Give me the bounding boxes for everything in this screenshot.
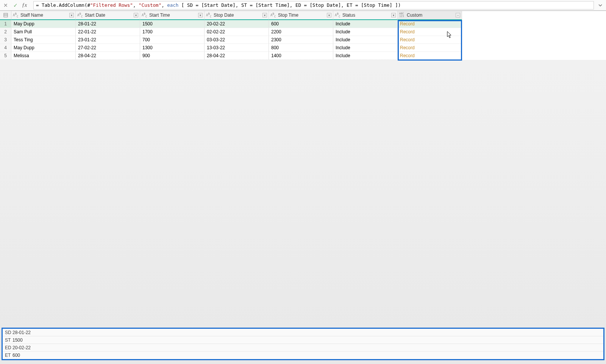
column-header-start-date[interactable]: ABC Start Date ▾ <box>76 11 140 20</box>
cell-staff-name[interactable]: Tess Ting <box>11 36 76 44</box>
record-field[interactable]: ST 1500 <box>3 336 603 344</box>
record-key: SD <box>3 330 12 335</box>
cell-start-date[interactable]: 23-01-22 <box>76 36 140 44</box>
type-text-icon: ABC <box>270 12 276 18</box>
row-number[interactable]: 4 <box>0 44 11 52</box>
record-value: 1500 <box>12 337 603 343</box>
formula-sep2: , <box>161 2 167 8</box>
cell-start-date[interactable]: 27-02-22 <box>76 44 140 52</box>
header-row: ABC Staff Name ▾ ABC Start Date ▾ ABC St… <box>0 11 606 20</box>
record-key: ED <box>3 345 12 350</box>
cell-start-date[interactable]: 22-01-22 <box>76 28 140 36</box>
table-row[interactable]: 4 May Dupp 27-02-22 1300 13-03-22 800 In… <box>0 44 606 52</box>
cell-status[interactable]: Include <box>333 44 398 52</box>
cell-stop-time[interactable]: 600 <box>269 20 333 28</box>
cell-stop-date[interactable]: 20-02-22 <box>205 20 269 28</box>
filter-icon[interactable]: ▾ <box>327 13 331 17</box>
column-header-stop-time[interactable]: ABC Stop Time ▾ <box>269 11 333 20</box>
type-text-icon: ABC <box>206 12 211 18</box>
cell-stop-date[interactable]: 03-03-22 <box>205 36 269 44</box>
formula-sep1: , <box>133 2 139 8</box>
cell-custom[interactable]: Record <box>398 28 462 36</box>
cell-start-date[interactable]: 28-01-22 <box>76 20 140 28</box>
cell-stop-time[interactable]: 2300 <box>269 36 333 44</box>
type-any-icon: ABC123 <box>399 12 404 18</box>
formula-body: [ SD = [Start Date], ST = [Start Time], … <box>178 2 401 8</box>
cell-start-time[interactable]: 700 <box>140 36 205 44</box>
record-link[interactable]: Record <box>400 29 415 34</box>
formula-bar: ✕ ✓ ƒx = Table.AddColumn(#"Filtered Rows… <box>0 0 606 11</box>
formula-input[interactable]: = Table.AddColumn(#"Filtered Rows", "Cus… <box>33 1 594 9</box>
cell-staff-name[interactable]: May Dupp <box>11 44 76 52</box>
data-grid: ABC Staff Name ▾ ABC Start Date ▾ ABC St… <box>0 11 606 60</box>
column-header-status[interactable]: ABC Status ▾ <box>333 11 398 20</box>
expand-column-icon[interactable]: ↔ <box>456 13 460 17</box>
filter-icon[interactable]: ▾ <box>391 13 396 17</box>
record-value: 600 <box>12 353 603 358</box>
record-key: ST <box>3 337 12 343</box>
cell-start-time[interactable]: 1500 <box>140 20 205 28</box>
cell-stop-time[interactable]: 2200 <box>269 28 333 36</box>
filter-icon[interactable]: ▾ <box>134 13 138 17</box>
column-label: Staff Name <box>20 12 43 18</box>
row-number[interactable]: 1 <box>0 20 11 28</box>
cell-stop-date[interactable]: 02-02-22 <box>205 28 269 36</box>
type-text-icon: ABC <box>13 12 18 18</box>
column-header-start-time[interactable]: ABC Start Time ▾ <box>140 11 205 20</box>
record-link[interactable]: Record <box>400 37 415 42</box>
formula-arg1: "Filtered Rows" <box>90 2 133 8</box>
formula-each: each <box>167 2 178 8</box>
cell-custom[interactable]: Record <box>398 52 462 60</box>
record-link[interactable]: Record <box>400 45 415 50</box>
record-field[interactable]: ED 20-02-22 <box>3 344 603 352</box>
table-row[interactable]: 3 Tess Ting 23-01-22 700 03-03-22 2300 I… <box>0 36 606 44</box>
record-link[interactable]: Record <box>400 21 415 27</box>
column-header-staff-name[interactable]: ABC Staff Name ▾ <box>11 11 76 20</box>
column-label: Stop Time <box>278 12 298 18</box>
column-label: Start Time <box>149 12 170 18</box>
cell-start-time[interactable]: 1700 <box>140 28 205 36</box>
row-number[interactable]: 3 <box>0 36 11 44</box>
cell-stop-time[interactable]: 800 <box>269 44 333 52</box>
cell-staff-name[interactable]: Sam Pull <box>11 28 76 36</box>
cell-status[interactable]: Include <box>333 52 398 60</box>
column-header-custom[interactable]: ABC123 Custom ↔ <box>398 11 462 20</box>
fx-icon[interactable]: ƒx <box>22 2 30 8</box>
cell-custom[interactable]: Record <box>398 44 462 52</box>
cell-stop-time[interactable]: 1400 <box>269 52 333 60</box>
cell-start-date[interactable]: 28-04-22 <box>76 52 140 60</box>
cancel-formula-icon[interactable]: ✕ <box>2 2 9 9</box>
row-number[interactable]: 5 <box>0 52 11 60</box>
cell-status[interactable]: Include <box>333 36 398 44</box>
cell-staff-name[interactable]: Melissa <box>11 52 76 60</box>
table-row[interactable]: 2 Sam Pull 22-01-22 1700 02-02-22 2200 I… <box>0 28 606 36</box>
type-text-icon: ABC <box>142 12 147 18</box>
record-key: ET <box>3 353 12 358</box>
record-value: 28-01-22 <box>12 330 603 335</box>
filter-icon[interactable]: ▾ <box>198 13 203 17</box>
record-link[interactable]: Record <box>400 53 415 58</box>
table-row[interactable]: 1 May Dupp 28-01-22 1500 20-02-22 600 In… <box>0 20 606 28</box>
cell-staff-name[interactable]: May Dupp <box>11 20 76 28</box>
row-number[interactable]: 2 <box>0 28 11 36</box>
record-field[interactable]: SD 28-01-22 <box>3 329 603 336</box>
filter-icon[interactable]: ▾ <box>262 13 267 17</box>
cell-custom[interactable]: Record <box>398 20 462 28</box>
cell-start-time[interactable]: 900 <box>140 52 205 60</box>
cell-status[interactable]: Include <box>333 28 398 36</box>
filter-icon[interactable]: ▾ <box>69 13 74 17</box>
select-all-corner[interactable] <box>0 11 11 20</box>
column-label: Status <box>342 12 355 18</box>
column-label: Custom <box>407 12 422 18</box>
accept-formula-icon[interactable]: ✓ <box>12 2 19 9</box>
record-field[interactable]: ET 600 <box>3 352 603 359</box>
cell-start-time[interactable]: 1300 <box>140 44 205 52</box>
cell-status[interactable]: Include <box>333 20 398 28</box>
cell-stop-date[interactable]: 28-04-22 <box>205 52 269 60</box>
expand-formula-icon[interactable] <box>597 2 604 9</box>
column-header-stop-date[interactable]: ABC Stop Date ▾ <box>205 11 269 20</box>
cell-stop-date[interactable]: 13-03-22 <box>205 44 269 52</box>
table-row[interactable]: 5 Melissa 28-04-22 900 28-04-22 1400 Inc… <box>0 52 606 60</box>
cell-custom[interactable]: Record <box>398 36 462 44</box>
column-label: Stop Date <box>214 12 234 18</box>
